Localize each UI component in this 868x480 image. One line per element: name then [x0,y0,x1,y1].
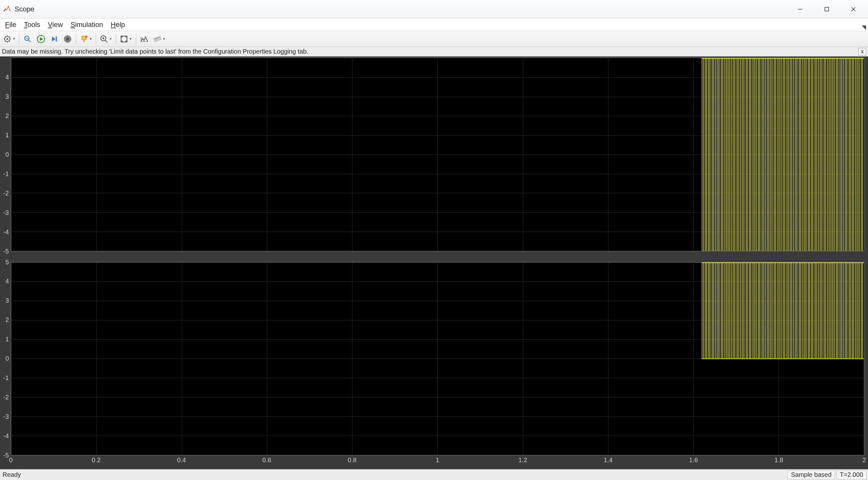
y-tick-label: -5 [3,248,9,255]
menu-file[interactable]: File [1,19,20,30]
menu-help[interactable]: Help [107,19,129,30]
window-title: Scope [14,5,787,13]
x-tick-label: 0.2 [92,456,100,464]
y-tick-label: 1 [5,131,9,139]
toolbar-separator [136,34,136,44]
minimize-button[interactable] [787,2,813,17]
toolbar-separator [19,34,19,44]
y-tick-label: 4 [5,73,9,81]
toolbar-separator [116,34,116,44]
y-tick-label: -2 [3,394,9,401]
measurements-button[interactable]: ▼ [151,33,167,45]
plot-top[interactable] [11,58,864,251]
step-forward-button[interactable] [48,33,61,45]
highlight-button[interactable]: ▼ [78,33,94,45]
x-axis-row: 00.20.40.60.811.21.41.61.82 [0,455,864,469]
menu-tools[interactable]: Tools [20,19,44,30]
x-tick-label: 1 [436,456,439,464]
svg-rect-21 [66,37,69,40]
svg-rect-19 [56,36,57,41]
svg-line-24 [105,40,107,42]
signal-stats-button[interactable] [138,33,151,45]
x-tick-label: 0.8 [348,456,356,464]
status-ready: Ready [1,471,786,478]
y-tick-label: -4 [3,433,9,440]
y-tick-label: -4 [3,228,9,235]
matlab-icon [3,5,11,13]
scope-area: -5-4-3-2-101234 -5-4-3-2-1012345 00.20.4… [0,57,868,469]
svg-marker-17 [40,37,43,41]
y-tick-label: 1 [5,335,9,343]
y-tick-label: -3 [3,413,9,420]
x-axis: 00.20.40.60.811.21.41.61.82 [11,455,864,469]
warning-text: Data may be missing. Try unchecking 'Lim… [2,48,859,55]
dock-icon[interactable]: ◥ [862,24,866,31]
run-button[interactable] [35,33,47,45]
y-axis-bottom: -5-4-3-2-1012345 [0,262,11,455]
title-bar: Scope [0,0,868,19]
y-tick-label: 0 [5,355,9,362]
y-tick-label: 2 [5,112,9,119]
warning-close-button[interactable]: x [859,48,866,56]
status-bar: Ready Sample based T=2.000 [0,469,868,480]
y-axis-top: -5-4-3-2-101234 [0,58,11,251]
toolbar: ▼ ▼ ▼ ▼ ▼ [0,31,868,47]
y-tick-label: 0 [5,151,9,158]
axes-top: -5-4-3-2-101234 [0,58,864,251]
y-tick-label: 2 [5,316,9,324]
x-tick-label: 1.4 [604,456,613,464]
close-button[interactable] [840,2,867,17]
svg-point-22 [85,35,87,38]
menu-view[interactable]: View [44,19,67,30]
y-tick-label: -2 [3,189,9,197]
y-tick-label: 5 [5,258,9,265]
plot-bottom[interactable] [11,262,864,455]
x-tick-label: 0.6 [262,456,271,464]
x-tick-label: 0 [9,456,12,464]
svg-line-11 [9,41,10,41]
svg-marker-18 [52,36,56,41]
svg-line-15 [28,40,30,42]
y-tick-label: -1 [3,170,9,177]
toolbar-separator [96,34,96,44]
svg-point-5 [6,38,8,40]
status-sample: Sample based [787,471,835,479]
x-tick-label: 2 [862,456,866,464]
svg-line-10 [5,36,5,37]
find-signal-button[interactable] [21,33,34,45]
x-tick-label: 1.8 [774,456,783,464]
y-tick-label: -3 [3,209,9,216]
x-tick-label: 1.2 [518,456,527,464]
window-controls [787,2,867,17]
status-time: T=2.000 [836,471,867,479]
menu-bar: File Tools View Simulation Help ◥ [0,19,868,31]
y-tick-label: 4 [5,278,9,285]
y-tick-label: 3 [5,297,9,304]
toolbar-separator [76,34,76,44]
svg-line-13 [9,36,10,37]
zoom-button[interactable]: ▼ [98,33,114,45]
y-tick-label: 3 [5,93,9,100]
svg-line-12 [5,41,5,41]
warning-bar: Data may be missing. Try unchecking 'Lim… [0,47,868,57]
menu-simulation[interactable]: Simulation [67,19,107,30]
svg-rect-1 [825,7,829,11]
x-tick-label: 1.6 [689,456,698,464]
stop-button[interactable] [61,33,74,45]
autoscale-button[interactable]: ▼ [118,33,134,45]
axes-bottom: -5-4-3-2-1012345 [0,262,864,455]
configure-button[interactable]: ▼ [1,33,17,45]
x-tick-label: 0.4 [177,456,186,464]
y-tick-label: -1 [3,374,9,382]
maximize-button[interactable] [813,2,840,17]
